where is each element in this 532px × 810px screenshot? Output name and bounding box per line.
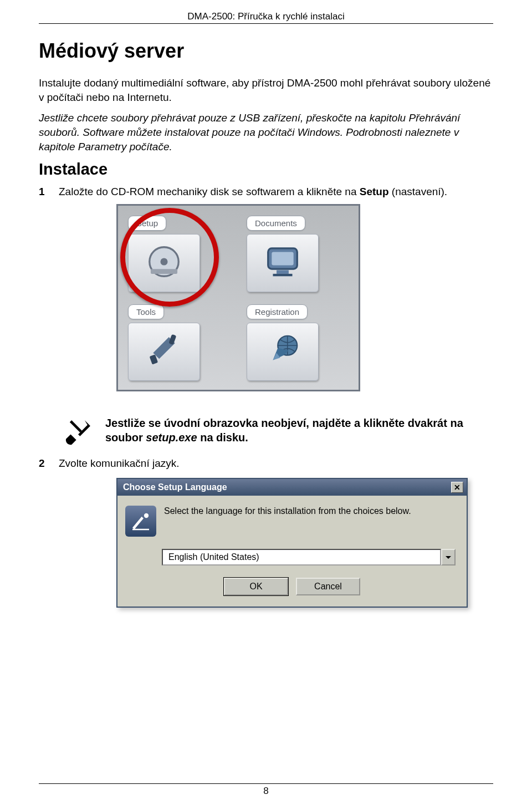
documents-button-label: Documents	[247, 216, 305, 231]
intro-paragraph-2: Jestliže chcete soubory přehrávat pouze …	[39, 111, 493, 154]
wrench-screwdriver-icon	[145, 331, 183, 372]
section-heading-instalace: Instalace	[39, 160, 493, 179]
note-callout: Jestliže se úvodní obrazovka neobjeví, n…	[63, 416, 493, 449]
cancel-button[interactable]: Cancel	[296, 578, 360, 595]
registration-button[interactable]	[247, 323, 319, 381]
step-1: 1 Založte do CD-ROM mechaniky disk se so…	[39, 185, 493, 198]
step-2-number: 2	[39, 457, 49, 470]
chevron-down-icon	[445, 552, 452, 562]
dialog-close-button[interactable]: ✕	[451, 482, 463, 493]
step-1-number: 1	[39, 185, 49, 198]
note-wrench-icon	[63, 416, 93, 449]
cd-autorun-menu: Setup Documents Tools	[116, 204, 360, 391]
tools-button[interactable]	[128, 323, 200, 381]
globe-arrow-icon	[263, 331, 302, 372]
close-icon: ✕	[454, 483, 461, 492]
registration-button-label: Registration	[247, 304, 308, 319]
language-dropdown-button[interactable]	[441, 549, 456, 566]
svg-rect-6	[273, 274, 293, 276]
page-header: DMA-2500: Příručka k rychlé instalaci	[39, 11, 493, 24]
step-2: 2 Zvolte komunikační jazyk.	[39, 457, 493, 470]
language-select[interactable]: English (United States)	[162, 549, 456, 566]
documents-button[interactable]	[247, 234, 319, 292]
choose-language-dialog: Choose Setup Language ✕ Select the langu…	[116, 478, 468, 608]
monitor-documents-icon	[263, 242, 302, 283]
svg-rect-4	[272, 252, 293, 266]
intro-paragraph-1: Instalujte dodaný multimediální software…	[39, 76, 493, 104]
note-text: Jestliže se úvodní obrazovka neobjeví, n…	[105, 416, 493, 445]
svg-rect-5	[277, 271, 289, 274]
language-select-value[interactable]: English (United States)	[162, 549, 441, 566]
dialog-title: Choose Setup Language	[123, 482, 227, 492]
step-2-text: Zvolte komunikační jazyk.	[59, 457, 180, 470]
red-circle-highlight	[120, 208, 219, 307]
page-footer: 8	[39, 783, 493, 797]
page-number: 8	[263, 786, 268, 796]
ok-button[interactable]: OK	[224, 578, 288, 595]
tools-button-label: Tools	[128, 304, 164, 319]
installer-logo-icon	[125, 506, 156, 537]
dialog-titlebar: Choose Setup Language ✕	[117, 479, 467, 496]
dialog-body-text: Select the language for this installatio…	[164, 506, 456, 537]
step-1-text: Založte do CD-ROM mechaniky disk se soft…	[59, 185, 447, 198]
svg-point-11	[144, 513, 149, 518]
page-title: Médiový server	[39, 39, 493, 63]
